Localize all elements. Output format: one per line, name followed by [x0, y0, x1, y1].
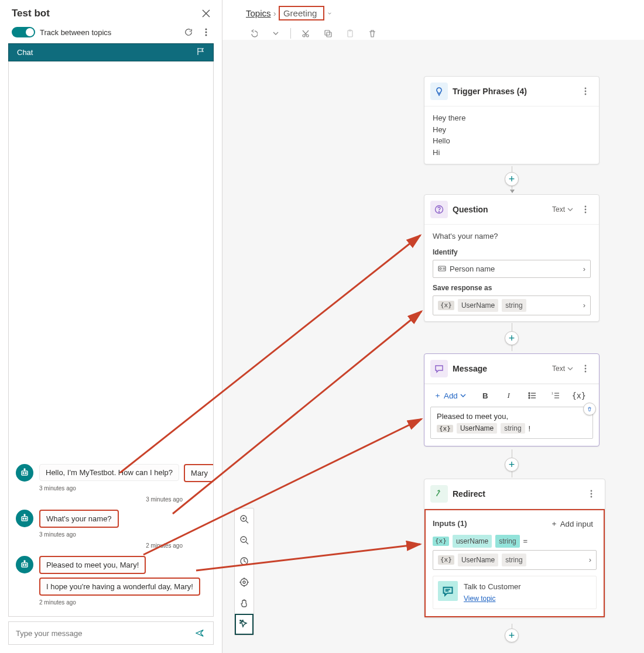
bot-message-bubble[interactable]: What's your name?	[39, 510, 119, 528]
svg-point-7	[25, 473, 26, 474]
undo-chevron-icon[interactable]	[268, 26, 283, 41]
node-more-icon[interactable]	[578, 84, 593, 99]
more-icon[interactable]	[198, 25, 214, 40]
italic-icon[interactable]: I	[501, 388, 516, 403]
timestamp: 3 minutes ago	[39, 485, 206, 492]
trigger-node[interactable]: Trigger Phrases (4) Hey thereHeyHelloHi	[424, 76, 600, 164]
svg-point-13	[25, 518, 26, 520]
input-var-type: string	[495, 535, 519, 548]
question-type-dropdown[interactable]: Text	[552, 205, 573, 214]
svg-rect-70	[240, 620, 241, 621]
svg-point-65	[241, 579, 248, 586]
redirect-node[interactable]: Redirect Inputs (1) ＋ Add input {x} user…	[424, 479, 605, 618]
bot-avatar	[16, 464, 33, 482]
svg-rect-24	[325, 30, 330, 35]
pan-icon[interactable]	[235, 593, 254, 614]
question-node[interactable]: Question Text What's your name? Identify…	[424, 194, 600, 322]
trigger-node-label: Trigger Phrases (4)	[453, 87, 573, 96]
copy-icon[interactable]	[320, 26, 335, 41]
breadcrumb-root[interactable]: Topics	[246, 8, 271, 18]
authoring-canvas[interactable]: Trigger Phrases (4) Hey thereHeyHelloHi …	[222, 40, 644, 653]
select-icon[interactable]	[235, 614, 254, 635]
add-button[interactable]: ＋ Add	[430, 388, 470, 403]
flag-icon[interactable]	[197, 47, 205, 57]
variable-name: UserName	[457, 423, 497, 434]
paste-icon[interactable]	[342, 26, 358, 41]
close-icon[interactable]	[198, 6, 214, 21]
add-node-button[interactable]: +	[505, 458, 519, 472]
save-as-field[interactable]: {x} UserName string ›	[433, 295, 591, 315]
svg-point-41	[529, 393, 530, 394]
add-input-button[interactable]: ＋ Add input	[547, 516, 597, 531]
svg-point-40	[585, 371, 587, 373]
svg-point-38	[585, 365, 587, 367]
bot-message-bubble[interactable]: Pleased to meet you, Mary!	[39, 556, 146, 574]
svg-point-4	[205, 35, 207, 36]
send-icon[interactable]	[192, 625, 207, 641]
reset-icon[interactable]	[181, 25, 196, 40]
node-more-icon[interactable]	[584, 486, 599, 501]
svg-point-45	[529, 397, 530, 398]
svg-point-12	[23, 518, 24, 520]
add-node-button[interactable]: +	[505, 331, 519, 345]
composer-input[interactable]	[15, 628, 187, 638]
center-icon[interactable]	[235, 572, 254, 593]
add-node-button[interactable]: +	[505, 172, 519, 186]
message-node[interactable]: Message Text ＋ Add B I 1 {x} Pleased to …	[424, 353, 600, 446]
zoom-in-icon[interactable]	[235, 508, 254, 530]
authoring-canvas-area: Topics › Greeting	[222, 0, 644, 653]
save-as-label: Save response as	[433, 283, 591, 293]
variable-type: string	[502, 299, 526, 312]
redirect-target: Talk to Customer View topic	[433, 576, 597, 609]
message-type-dropdown[interactable]: Text	[552, 365, 573, 373]
variable-name: UserName	[458, 299, 498, 312]
user-message-bubble[interactable]: Mary	[184, 464, 214, 482]
undo-icon[interactable]	[246, 26, 261, 41]
bot-message-bubble[interactable]: Hello, I'm MyTestbot. How can I help?	[39, 464, 179, 481]
bold-icon[interactable]: B	[478, 388, 493, 403]
chevron-down-icon[interactable]	[324, 6, 335, 21]
svg-line-57	[246, 521, 248, 523]
svg-point-51	[591, 490, 592, 492]
svg-point-43	[529, 395, 530, 396]
bullet-list-icon[interactable]	[525, 388, 540, 403]
card-icon	[438, 264, 446, 273]
svg-point-21	[24, 561, 25, 562]
svg-point-9	[24, 469, 25, 470]
bot-message-bubble[interactable]: I hope you're having a wonderful day, Ma…	[39, 578, 200, 596]
assign-field[interactable]: {x} UserName string ›	[433, 550, 597, 570]
zoom-out-icon[interactable]	[235, 530, 254, 551]
insert-variable-icon[interactable]: {x}	[571, 388, 587, 403]
svg-point-34	[585, 209, 587, 211]
svg-point-32	[439, 211, 439, 212]
numbered-list-icon[interactable]: 1	[548, 388, 563, 403]
add-node-button[interactable]: +	[505, 628, 519, 642]
node-more-icon[interactable]	[578, 202, 593, 217]
chat-icon	[430, 360, 448, 377]
timestamp: 2 minutes ago	[39, 599, 206, 606]
chat-tab[interactable]: Chat	[8, 43, 214, 61]
bot-avatar	[16, 510, 33, 527]
timestamp: 3 minutes ago	[16, 496, 183, 503]
trash-icon[interactable]	[583, 403, 596, 415]
redirect-node-label: Redirect	[453, 489, 579, 499]
track-toggle[interactable]	[12, 27, 35, 37]
delete-icon[interactable]	[365, 26, 380, 41]
svg-point-30	[585, 94, 587, 95]
svg-point-35	[585, 212, 587, 214]
trigger-phrase: Hey there	[433, 112, 591, 124]
chat-tab-label: Chat	[17, 48, 33, 57]
breadcrumb: Topics › Greeting	[246, 6, 335, 21]
node-more-icon[interactable]	[578, 361, 593, 376]
svg-rect-26	[348, 30, 352, 37]
view-topic-link[interactable]: View topic	[464, 594, 495, 603]
bot-message-row: Hello, I'm MyTestbot. How can I help?	[16, 464, 206, 482]
identify-label: Identify	[433, 247, 591, 257]
history-icon[interactable]	[235, 551, 254, 572]
chat-transcript: Hello, I'm MyTestbot. How can I help? 3 …	[8, 61, 214, 617]
identify-field[interactable]: Person name ›	[433, 260, 591, 279]
message-text-area[interactable]: Pleased to meet you, {x} UserName string…	[430, 407, 593, 439]
svg-point-2	[205, 29, 207, 30]
cut-icon[interactable]	[298, 26, 313, 41]
svg-point-33	[585, 206, 587, 208]
